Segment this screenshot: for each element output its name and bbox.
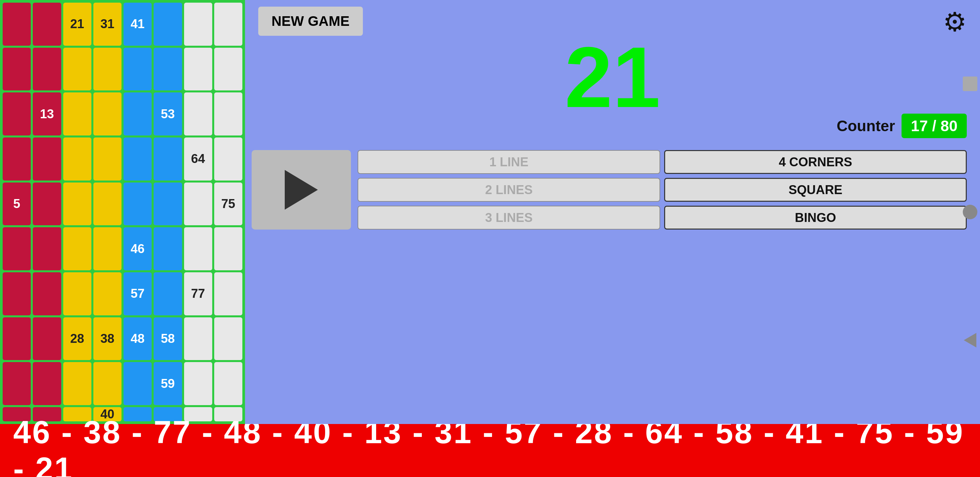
cell-r9c6[interactable]: 59 bbox=[154, 362, 182, 405]
cell-r5c7 bbox=[184, 182, 212, 226]
cell-r9c8 bbox=[214, 362, 242, 405]
side-controls bbox=[960, 0, 980, 424]
scroll-triangle-btn[interactable] bbox=[964, 333, 976, 348]
cell-r6c4 bbox=[93, 227, 121, 270]
cell-r5c1[interactable]: 5 bbox=[3, 182, 31, 226]
cell-r7c8 bbox=[214, 272, 242, 315]
cell-r6c3 bbox=[63, 227, 91, 270]
win-condition-buttons: 1 LINE 4 CORNERS 2 LINES SQUARE 3 LINES … bbox=[358, 150, 967, 230]
cell-r6c2 bbox=[33, 227, 61, 270]
cell-r5c6 bbox=[154, 182, 182, 226]
cell-r2c5 bbox=[124, 48, 152, 91]
cell-r9c3 bbox=[63, 362, 91, 405]
cell-r7c6 bbox=[154, 272, 182, 315]
cell-r8c8 bbox=[214, 317, 242, 361]
cell-r1c5[interactable]: 41 bbox=[124, 3, 152, 46]
counter-value: 17 / 80 bbox=[902, 113, 967, 138]
cell-r2c1 bbox=[3, 48, 31, 91]
cell-r2c6 bbox=[154, 48, 182, 91]
cell-r8c4[interactable]: 38 bbox=[93, 317, 121, 361]
one-line-button[interactable]: 1 LINE bbox=[358, 150, 660, 174]
cell-r5c8[interactable]: 75 bbox=[214, 182, 242, 226]
cell-r1c2 bbox=[33, 3, 61, 46]
cell-r3c5 bbox=[124, 93, 152, 136]
cell-r3c1 bbox=[3, 93, 31, 136]
cell-r9c4 bbox=[93, 362, 121, 405]
cell-r2c4 bbox=[93, 48, 121, 91]
cell-r7c3 bbox=[63, 272, 91, 315]
cell-r6c1 bbox=[3, 227, 31, 270]
cell-r7c4 bbox=[93, 272, 121, 315]
cell-r3c8 bbox=[214, 93, 242, 136]
cell-r4c3 bbox=[63, 137, 91, 180]
cell-r9c5 bbox=[124, 362, 152, 405]
cell-r1c6 bbox=[154, 3, 182, 46]
three-lines-button[interactable]: 3 LINES bbox=[358, 206, 660, 230]
cell-r9c2 bbox=[33, 362, 61, 405]
cell-r7c5[interactable]: 57 bbox=[124, 272, 152, 315]
cell-r5c5 bbox=[124, 182, 152, 226]
cell-r4c8 bbox=[214, 137, 242, 180]
cell-r4c4 bbox=[93, 137, 121, 180]
cell-r4c7[interactable]: 64 bbox=[184, 137, 212, 180]
cell-r4c2 bbox=[33, 137, 61, 180]
cell-r7c2 bbox=[33, 272, 61, 315]
cell-r6c5[interactable]: 46 bbox=[124, 227, 152, 270]
play-button[interactable] bbox=[251, 150, 351, 230]
cell-r2c3 bbox=[63, 48, 91, 91]
cell-r5c3 bbox=[63, 182, 91, 226]
play-icon bbox=[285, 170, 318, 210]
number-ticker: 46 - 38 - 77 - 48 - 40 - 13 - 31 - 57 - … bbox=[0, 424, 980, 477]
cell-r8c3[interactable]: 28 bbox=[63, 317, 91, 361]
bingo-button[interactable]: BINGO bbox=[664, 206, 967, 230]
counter-row: Counter 17 / 80 bbox=[245, 113, 980, 138]
main-area: 21 31 41 13 53 64 5 bbox=[0, 0, 980, 424]
cell-r4c6 bbox=[154, 137, 182, 180]
cell-r8c1 bbox=[3, 317, 31, 361]
cell-r4c5 bbox=[124, 137, 152, 180]
cell-r3c2[interactable]: 13 bbox=[33, 93, 61, 136]
new-game-button[interactable]: NEW GAME bbox=[258, 6, 363, 36]
current-number-display: 21 bbox=[245, 34, 980, 120]
cell-r6c8 bbox=[214, 227, 242, 270]
two-lines-button[interactable]: 2 LINES bbox=[358, 178, 660, 202]
square-button[interactable]: SQUARE bbox=[664, 178, 967, 202]
cell-r1c7 bbox=[184, 3, 212, 46]
scroll-circle-btn[interactable] bbox=[963, 205, 977, 219]
cell-r2c2 bbox=[33, 48, 61, 91]
scroll-rect-btn[interactable] bbox=[963, 77, 977, 91]
cell-r5c2 bbox=[33, 182, 61, 226]
cell-r1c3[interactable]: 21 bbox=[63, 3, 91, 46]
cell-r4c1 bbox=[3, 137, 31, 180]
cell-r3c6[interactable]: 53 bbox=[154, 93, 182, 136]
cell-r3c4 bbox=[93, 93, 121, 136]
cell-r9c1 bbox=[3, 362, 31, 405]
cell-r1c1 bbox=[3, 3, 31, 46]
cell-r3c3 bbox=[63, 93, 91, 136]
cell-r2c8 bbox=[214, 48, 242, 91]
cell-r5c4 bbox=[93, 182, 121, 226]
cell-r6c6 bbox=[154, 227, 182, 270]
cell-r8c6[interactable]: 58 bbox=[154, 317, 182, 361]
cell-r8c7 bbox=[184, 317, 212, 361]
cell-r6c7 bbox=[184, 227, 212, 270]
right-panel: NEW GAME ⚙ 21 Counter 17 / 80 1 LINE 4 C… bbox=[245, 0, 980, 424]
cell-r9c7 bbox=[184, 362, 212, 405]
cell-r8c2 bbox=[33, 317, 61, 361]
bottom-controls: 1 LINE 4 CORNERS 2 LINES SQUARE 3 LINES … bbox=[245, 145, 980, 235]
four-corners-button[interactable]: 4 CORNERS bbox=[664, 150, 967, 174]
cell-r1c8 bbox=[214, 3, 242, 46]
bingo-card: 21 31 41 13 53 64 5 bbox=[0, 0, 245, 424]
counter-label: Counter bbox=[837, 117, 895, 135]
cell-r2c7 bbox=[184, 48, 212, 91]
cell-r3c7 bbox=[184, 93, 212, 136]
cell-r7c1 bbox=[3, 272, 31, 315]
cell-r7c7[interactable]: 77 bbox=[184, 272, 212, 315]
cell-r1c4[interactable]: 31 bbox=[93, 3, 121, 46]
cell-r8c5[interactable]: 48 bbox=[124, 317, 152, 361]
